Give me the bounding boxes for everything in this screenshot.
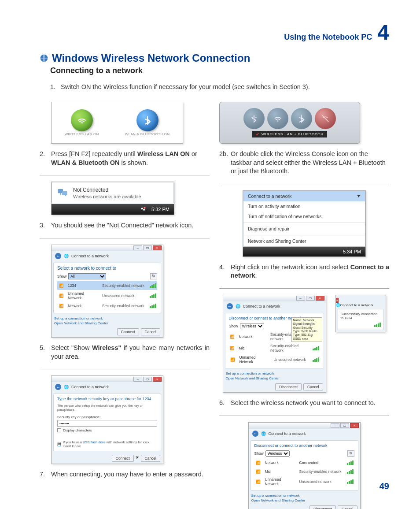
bt-on-label: WLAN & Bluetooth ON — [125, 132, 170, 136]
passphrase-input[interactable]: •••••••• — [57, 420, 157, 427]
svg-rect-3 — [141, 208, 143, 210]
disconnect-button[interactable]: Disconnect — [275, 383, 302, 390]
page-number: 49 — [379, 481, 389, 491]
globe-icon: 🌐 — [64, 254, 69, 258]
disconnect-button[interactable]: Disconnect — [309, 505, 336, 509]
back-icon[interactable]: ← — [55, 253, 61, 259]
connected-dialog: –▭× ←🌐Connect to a network Disconnect or… — [248, 422, 361, 509]
ctx-connect[interactable]: Connect to a network ➤ — [243, 191, 365, 201]
bt-ball-icon — [291, 108, 312, 129]
setup-link[interactable]: Set up a connection or network — [54, 316, 160, 321]
globe-icon: 🌐 — [64, 385, 69, 389]
tray-time: 5:34 PM — [343, 249, 361, 254]
wlan-on-label: Wireless LAN ON — [65, 132, 99, 136]
network-row[interactable]: 📶1234Security-enabled network — [57, 281, 157, 290]
header-title: Using the Notebook PC — [284, 33, 372, 42]
refresh-icon[interactable]: ↻ — [150, 273, 157, 279]
back-icon[interactable]: ← — [252, 431, 258, 437]
page-header: Using the Notebook PC 4 — [40, 22, 389, 43]
show-filter-select[interactable]: All Dial-up and VPN Wireless — [68, 273, 106, 279]
separator — [40, 369, 210, 369]
back-icon[interactable]: ← — [227, 303, 233, 309]
usb-icon: 💾 — [57, 442, 61, 446]
select-wireless-dialog: –▭× ←🌐Connect to a network Disconnect or… — [223, 295, 326, 393]
step-4: 4. Right click on the network icon and s… — [219, 263, 389, 280]
success-panel: × 🌐Connect to a network Successfully con… — [335, 295, 386, 332]
wlan-on-icon — [71, 109, 93, 131]
tray-network-icon[interactable] — [140, 206, 146, 213]
cancel-button[interactable]: Cancel — [303, 383, 323, 390]
cancel-button[interactable]: Cancel — [141, 455, 160, 462]
wlan-ball-icon — [267, 108, 288, 129]
connect-button[interactable]: Connect — [117, 328, 139, 335]
ctx-item[interactable]: Turn on activity animation — [243, 201, 365, 212]
select-network-dialog: –▭× ←🌐Connect to a network Select a netw… — [51, 245, 163, 338]
main-title: Windows Wireless Network Connection — [52, 52, 250, 64]
off-ball-icon — [315, 108, 336, 129]
network-tooltip: Name: Network Signal Strength: Good Secu… — [291, 317, 322, 342]
wireless-icons-shot: Wireless LAN ON WLAN & Bluetooth ON — [51, 102, 183, 144]
chapter-number: 4 — [377, 22, 389, 43]
setup-link[interactable]: Set up a connection or network — [226, 371, 323, 376]
wlan-bt-ball-icon — [243, 108, 265, 129]
network-row[interactable]: 📶MicSecurity-enabled network — [254, 467, 354, 476]
bluetooth-on-icon — [136, 109, 158, 131]
check-icon: ✔ — [256, 132, 260, 137]
network-row[interactable]: 📶Unnamed NetworkUnsecured network — [229, 354, 320, 365]
step-3: 3. You should see the "Not Connected" ne… — [40, 221, 210, 230]
step-1: 1.Switch ON the Wireless function if nec… — [50, 83, 389, 90]
network-row[interactable]: 📶Unnamed NetworkUnsecured network — [254, 476, 354, 487]
setup-link[interactable]: Set up a connection or network — [251, 493, 357, 498]
ctx-item[interactable]: Network and Sharing Center — [243, 236, 365, 246]
display-chars-checkbox[interactable] — [57, 428, 61, 432]
context-menu-shot: Connect to a network ➤ Turn on activity … — [243, 190, 366, 257]
step-2: 2. Press [FN F2] repeatedly until Wirele… — [40, 150, 210, 167]
step-5: 5. Select "Show Wireless" if you have ma… — [40, 344, 210, 361]
sub-title: Connecting to a network — [50, 66, 389, 75]
show-filter-select[interactable]: Wireless — [240, 323, 264, 329]
separator — [219, 416, 389, 416]
ctx-item[interactable]: Turn off notification of new networks — [243, 212, 365, 222]
not-connected-balloon: Not Connected Wireless networks are avai… — [51, 182, 174, 215]
svg-point-6 — [277, 120, 279, 122]
separator — [219, 184, 389, 184]
ctx-item[interactable]: Diagnose and repair — [243, 224, 365, 234]
balloon-title: Not Connected — [73, 187, 143, 193]
network-row[interactable]: 📶MicSecurity-enabled network — [229, 342, 320, 354]
wireless-console-shot: ✔WIRELESS LAN + BLUETOOTH — [219, 102, 360, 144]
separator — [219, 288, 389, 289]
tray-time: 5:32 PM — [151, 207, 169, 212]
back-icon[interactable]: ← — [55, 384, 61, 390]
network-row[interactable]: 📶Unnamed NetworkUnsecured network — [57, 290, 157, 301]
network-row[interactable]: 📶NetworkSecurity-enabled network — [57, 301, 157, 310]
sharing-link[interactable]: Open Network and Sharing Center — [251, 498, 357, 503]
balloon-subtitle: Wireless networks are available. — [73, 194, 143, 199]
refresh-icon[interactable]: ↻ — [347, 450, 354, 457]
separator — [40, 175, 210, 175]
cancel-button[interactable]: Cancel — [141, 328, 160, 335]
svg-rect-4 — [143, 209, 145, 211]
sharing-link[interactable]: Open Network and Sharing Center — [226, 376, 323, 381]
passphrase-dialog: –▭× ←🌐Connect to a network Type the netw… — [51, 375, 163, 464]
step-7: 7. When connecting, you may have to ente… — [40, 470, 210, 479]
network-row[interactable]: 📶NetworkConnected — [254, 458, 354, 467]
svg-rect-2 — [62, 191, 67, 195]
cancel-button[interactable]: Cancel — [338, 505, 357, 509]
globe-icon — [40, 54, 48, 63]
step-2b: 2b. Or double click the Wireless Console… — [219, 150, 389, 176]
sharing-link[interactable]: Open Network and Sharing Center — [54, 321, 160, 326]
connect-button[interactable]: Connect — [112, 455, 134, 462]
usb-link[interactable]: USB flash drive — [83, 440, 106, 444]
step-6: 6. Select the wireless network you want … — [219, 399, 389, 408]
show-filter-select[interactable]: Wireless — [265, 450, 290, 457]
separator — [40, 238, 210, 238]
network-icon — [56, 186, 69, 200]
